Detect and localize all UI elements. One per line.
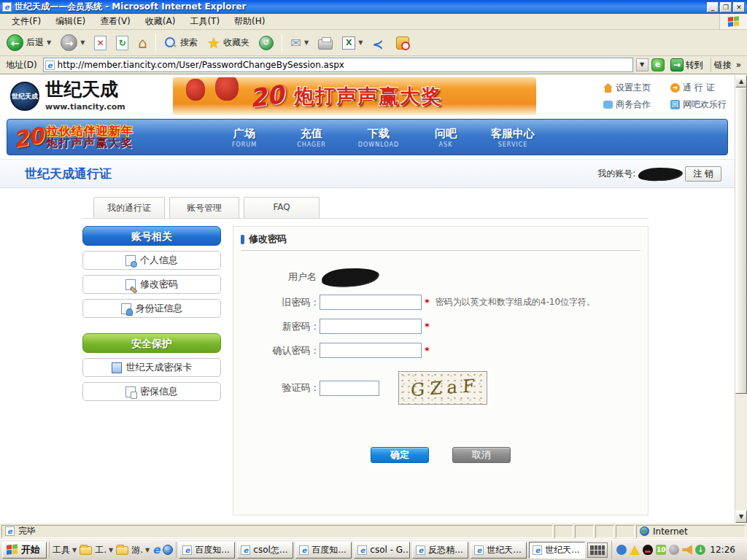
sidebar-item-id-info[interactable]: 身份证信息 bbox=[82, 299, 221, 318]
menu-tools[interactable]: 工具(T) bbox=[182, 14, 227, 29]
close-button[interactable]: ✕ bbox=[733, 2, 745, 12]
tray-icon-updater[interactable]: ↓ bbox=[695, 545, 705, 555]
link-netbar[interactable]: 回网吧欢乐行 bbox=[670, 98, 730, 111]
assistant-button[interactable] bbox=[392, 34, 413, 52]
refresh-button[interactable]: ↻ bbox=[112, 34, 132, 52]
tray-icon-10[interactable]: 10 bbox=[656, 545, 666, 555]
address-input[interactable]: e http://member.tiancity.com/User/Passwo… bbox=[43, 58, 633, 72]
menu-favorites[interactable]: 收藏(A) bbox=[138, 14, 183, 29]
favorites-button[interactable]: ★ 收藏夹 bbox=[204, 34, 253, 52]
forward-button[interactable]: → ▼ bbox=[57, 32, 88, 53]
chevron-down-icon[interactable]: ▼ bbox=[145, 547, 150, 553]
menu-view[interactable]: 查看(V) bbox=[93, 14, 138, 29]
edit-dropdown-icon[interactable]: ▼ bbox=[358, 39, 363, 46]
captcha-input[interactable] bbox=[320, 381, 379, 396]
old-password-input[interactable] bbox=[320, 295, 422, 310]
vertical-scrollbar[interactable]: ▲ ▼ bbox=[735, 75, 747, 523]
new-password-input[interactable] bbox=[320, 319, 422, 334]
tray-icon-qq[interactable] bbox=[643, 545, 653, 555]
quick-tools[interactable]: 工具▼ bbox=[53, 544, 77, 556]
quick-messenger-icon[interactable] bbox=[163, 545, 173, 555]
mail-dropdown-icon[interactable]: ▼ bbox=[304, 39, 309, 46]
site-logo[interactable]: 世纪天成 世纪天成 www.tiancity.com bbox=[0, 81, 173, 112]
nav-service[interactable]: 客服中心SERVICE bbox=[480, 124, 546, 151]
link-passport[interactable]: ➜通 行 证 bbox=[670, 82, 730, 94]
sidebar-item-change-password[interactable]: 修改密码 bbox=[82, 275, 221, 294]
quick-folder1[interactable]: 工.▼ bbox=[95, 544, 113, 556]
nav-promo[interactable]: 20 拉伙结伴迎新年 炮打声声赢大奖 bbox=[7, 125, 190, 150]
link-business[interactable]: 商务合作 bbox=[603, 98, 663, 111]
nav-forum[interactable]: 广场FORUM bbox=[212, 124, 277, 151]
tray-icon-messenger[interactable] bbox=[616, 545, 627, 555]
scroll-up-icon[interactable]: ▲ bbox=[735, 75, 747, 88]
sidebar-item-personal-info[interactable]: 个人信息 bbox=[82, 251, 221, 270]
sidebar-item-security-card[interactable]: 世纪天成密保卡 bbox=[82, 358, 221, 377]
go-arrow-icon: → bbox=[670, 58, 684, 71]
sidebar-item-security-info[interactable]: 密保信息 bbox=[82, 382, 221, 401]
ie-task-icon: e bbox=[299, 545, 309, 555]
start-button[interactable]: 开始 bbox=[2, 542, 47, 559]
menu-file[interactable]: 文件(F) bbox=[4, 14, 48, 29]
scrollbar-track[interactable] bbox=[735, 394, 747, 510]
chevron-down-icon[interactable]: ▼ bbox=[109, 547, 113, 553]
menu-help[interactable]: 帮助(H) bbox=[227, 14, 272, 29]
tab-my-passport[interactable]: 我的通行证 bbox=[93, 197, 165, 218]
stop-button[interactable]: ✕ bbox=[90, 34, 110, 52]
nav-download[interactable]: 下载DOWNLOAD bbox=[346, 124, 411, 151]
forward-dropdown-icon[interactable]: ▼ bbox=[80, 39, 85, 46]
chevron-down-icon[interactable]: ▼ bbox=[72, 547, 77, 553]
taskbar-task[interactable]: ecsol - G... bbox=[354, 542, 410, 559]
print-button[interactable] bbox=[314, 34, 336, 52]
tray-icon-antivirus[interactable] bbox=[669, 545, 679, 555]
captcha-image[interactable]: GZaF bbox=[398, 371, 487, 405]
taskbar-task[interactable]: ecsol怎... bbox=[237, 542, 293, 559]
confirm-password-input[interactable] bbox=[320, 343, 422, 358]
cancel-button[interactable]: 取消 bbox=[452, 447, 511, 463]
link-set-homepage[interactable]: 设置主页 bbox=[603, 82, 663, 94]
links-chevron-icon[interactable]: » bbox=[736, 60, 741, 70]
menu-edit[interactable]: 编辑(E) bbox=[48, 14, 93, 29]
restore-button[interactable]: ❐ bbox=[720, 2, 732, 12]
taskbar-task[interactable]: e百度知... bbox=[295, 542, 352, 559]
site-emblem-icon: 世纪天成 bbox=[10, 82, 39, 111]
ok-button[interactable]: 确定 bbox=[371, 447, 429, 463]
home-button[interactable]: ⌂ bbox=[134, 34, 151, 52]
folder-icon[interactable] bbox=[80, 546, 92, 555]
search-button[interactable]: 搜索 bbox=[160, 34, 201, 52]
folder-icon[interactable] bbox=[116, 546, 128, 555]
quick-ie-icon[interactable]: e bbox=[152, 543, 160, 556]
captcha-text: GZaF bbox=[406, 375, 480, 400]
tab-faq[interactable]: FAQ bbox=[244, 197, 320, 218]
links-bar[interactable]: 链接 » bbox=[711, 58, 744, 72]
url-text[interactable]: http://member.tiancity.com/User/Password… bbox=[58, 60, 344, 70]
nav-charge[interactable]: 充值CHAGER bbox=[279, 124, 344, 151]
logout-button[interactable]: 注 销 bbox=[685, 166, 721, 182]
security-shield-icon[interactable]: e bbox=[651, 58, 665, 71]
history-button[interactable]: ↺ bbox=[255, 34, 277, 52]
taskbar-task[interactable]: e百度知... bbox=[179, 542, 235, 559]
back-dropdown-icon[interactable]: ▼ bbox=[47, 39, 51, 46]
address-dropdown-icon[interactable]: ▼ bbox=[636, 58, 649, 71]
quick-folder2[interactable]: 游.▼ bbox=[131, 544, 150, 556]
back-button[interactable]: ← 后退 ▼ bbox=[3, 32, 55, 53]
go-button[interactable]: → 转到 bbox=[667, 58, 706, 72]
scrollbar-thumb[interactable] bbox=[735, 88, 747, 394]
promo-banner[interactable]: 20 炮打声声赢大奖 bbox=[173, 77, 536, 115]
form-buttons: 确定 取消 bbox=[241, 447, 640, 463]
tab-account-management[interactable]: 账号管理 bbox=[169, 197, 239, 218]
tray-icon-warning[interactable] bbox=[630, 545, 640, 555]
edit-button[interactable]: X▼ bbox=[338, 34, 366, 52]
taskbar-task[interactable]: e世纪天... bbox=[471, 542, 527, 559]
tray-icon-speaker[interactable] bbox=[682, 545, 692, 555]
input-method-keyboard-icon[interactable] bbox=[587, 542, 608, 558]
old-password-row: 旧密码 : * 密码为以英文和数字组成的4-10位字符。 bbox=[241, 295, 640, 310]
nav-ask[interactable]: 问吧ASK bbox=[413, 124, 479, 151]
mail-button[interactable]: ✉▼ bbox=[287, 34, 312, 52]
screen: e 世纪天成——会员系统 - Microsoft Internet Explor… bbox=[0, 0, 747, 560]
minimize-button[interactable]: _ bbox=[707, 2, 719, 12]
taskbar-task-active[interactable]: e世纪天... bbox=[529, 542, 585, 559]
scroll-down-icon[interactable]: ▼ bbox=[735, 510, 747, 523]
messenger-button[interactable] bbox=[368, 34, 390, 52]
taskbar-task[interactable]: e反恐精... bbox=[412, 542, 468, 559]
browser-toolbar: ← 后退 ▼ → ▼ ✕ ↻ ⌂ 搜索 ★ 收藏夹 ↺ ✉▼ X▼ bbox=[0, 30, 747, 56]
